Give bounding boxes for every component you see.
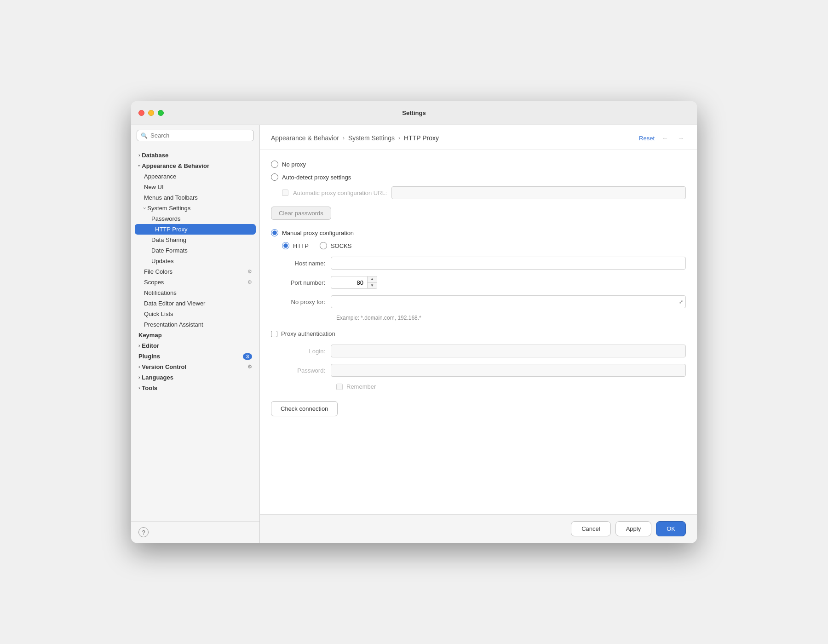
socks-option[interactable]: SOCKS [320,242,352,249]
http-radio[interactable] [282,242,289,249]
auto-config-url-input[interactable] [391,186,686,199]
sidebar-item-keymap[interactable]: Keymap [131,330,259,340]
socks-radio[interactable] [320,242,327,249]
no-proxy-for-label: No proxy for: [271,299,331,305]
minimize-button[interactable] [148,110,154,116]
sidebar-item-presentation-assistant[interactable]: Presentation Assistant [131,319,259,330]
chevron-right-icon: › [138,364,140,369]
chevron-right-icon: › [138,153,140,158]
no-proxy-for-input[interactable] [331,295,686,308]
auto-detect-radio[interactable] [271,173,278,181]
traffic-lights [138,110,164,116]
maximize-button[interactable] [158,110,164,116]
sidebar-item-passwords[interactable]: Passwords [131,213,259,224]
sidebar-item-data-editor-viewer[interactable]: Data Editor and Viewer [131,298,259,309]
sidebar-item-tools[interactable]: › Tools [131,383,259,393]
sidebar-item-date-formats[interactable]: Date Formats [131,245,259,256]
forward-button[interactable]: → [676,132,686,144]
header-actions: Reset ← → [639,132,686,144]
port-increment-button[interactable]: ▲ [368,276,377,283]
login-input[interactable] [331,345,686,357]
window-title: Settings [402,109,426,116]
sidebar-item-system-settings[interactable]: › System Settings [131,203,259,213]
sidebar-item-database[interactable]: › Database [131,150,259,161]
manual-proxy-option[interactable]: Manual proxy configuration [271,229,686,236]
chevron-right-icon: › [138,375,140,380]
manual-proxy-label: Manual proxy configuration [282,230,354,236]
search-input[interactable] [150,132,250,139]
help-button[interactable]: ? [138,527,149,537]
breadcrumb-part1: Appearance & Behavior [271,134,339,142]
check-connection-button[interactable]: Check connection [271,401,338,416]
sidebar-item-new-ui[interactable]: New UI [131,182,259,192]
sidebar-item-notifications[interactable]: Notifications [131,288,259,298]
settings-window: Settings 🔍 › Database › Appearance [131,101,697,543]
password-input[interactable] [331,364,686,377]
remember-row: Remember [331,383,686,390]
sidebar-item-version-control[interactable]: › Version Control ⚙ [131,362,259,372]
no-proxy-radio[interactable] [271,161,278,168]
chevron-down-icon: › [142,207,147,209]
breadcrumb-part2: System Settings [348,134,395,142]
remember-label: Remember [346,383,376,390]
port-wrapper: 80 ▲ ▼ [331,276,377,289]
sidebar-item-file-colors[interactable]: File Colors ⚙ [131,266,259,277]
manual-proxy-radio[interactable] [271,229,278,236]
http-label: HTTP [293,242,309,249]
auto-proxy-url-row: Automatic proxy configuration URL: [282,186,686,199]
back-button[interactable]: ← [660,132,670,144]
sidebar-item-scopes[interactable]: Scopes ⚙ [131,277,259,288]
breadcrumb-sep2: › [398,135,400,141]
remember-checkbox[interactable] [336,384,343,390]
auto-detect-option[interactable]: Auto-detect proxy settings [271,173,686,181]
host-name-row: Host name: [271,257,686,270]
sidebar-item-updates[interactable]: Updates [131,256,259,266]
apply-button[interactable]: Apply [615,521,652,536]
proxy-auth-row: Proxy authentication [271,330,686,337]
sidebar-item-menus-toolbars[interactable]: Menus and Toolbars [131,192,259,203]
no-proxy-option[interactable]: No proxy [271,161,686,168]
expand-icon[interactable]: ⤢ [679,299,683,305]
http-socks-row: HTTP SOCKS [282,242,686,249]
sidebar-item-plugins[interactable]: Plugins 3 [131,351,259,362]
login-label: Login: [271,348,331,355]
clear-passwords-button[interactable]: Clear passwords [271,207,331,220]
search-wrapper[interactable]: 🔍 [137,130,254,141]
search-icon: 🔍 [141,132,148,139]
proxy-auth-label: Proxy authentication [281,330,335,337]
sidebar-item-appearance[interactable]: Appearance [131,171,259,182]
socks-label: SOCKS [331,242,352,249]
password-row: Password: [271,364,686,377]
titlebar: Settings [131,101,697,125]
sidebar-item-editor[interactable]: › Editor [131,340,259,351]
chevron-right-icon: › [138,385,140,391]
http-option[interactable]: HTTP [282,242,309,249]
proxy-auth-checkbox[interactable] [271,331,277,337]
port-decrement-button[interactable]: ▼ [368,283,377,289]
sidebar-item-quick-lists[interactable]: Quick Lists [131,309,259,319]
chevron-right-icon: › [138,343,140,348]
plugins-badge: 3 [243,353,252,360]
cancel-button[interactable]: Cancel [571,521,610,536]
close-button[interactable] [138,110,144,116]
sidebar-item-appearance-behavior[interactable]: › Appearance & Behavior [131,161,259,171]
main-body: No proxy Auto-detect proxy settings Auto… [260,150,697,514]
search-bar: 🔍 [131,125,259,146]
manual-proxy-section: Manual proxy configuration HTTP SOCKS [271,229,686,390]
port-input[interactable]: 80 [331,276,368,289]
sidebar-item-http-proxy[interactable]: HTTP Proxy [135,224,256,235]
sidebar-item-languages[interactable]: › Languages [131,372,259,383]
breadcrumb-sep1: › [343,135,345,141]
sidebar-item-data-sharing[interactable]: Data Sharing [131,235,259,245]
gear-icon: ⚙ [247,364,252,370]
breadcrumb-current: HTTP Proxy [404,134,439,142]
no-proxy-input-wrapper: ⤢ [331,295,686,308]
ok-button[interactable]: OK [656,521,686,536]
auto-config-checkbox[interactable] [282,190,288,196]
footer: Cancel Apply OK [260,514,697,543]
auto-detect-label: Auto-detect proxy settings [282,174,351,181]
reset-button[interactable]: Reset [639,135,655,142]
example-text: Example: *.domain.com, 192.168.* [331,315,686,321]
host-name-input[interactable] [331,257,686,270]
auto-config-label: Automatic proxy configuration URL: [293,190,387,196]
